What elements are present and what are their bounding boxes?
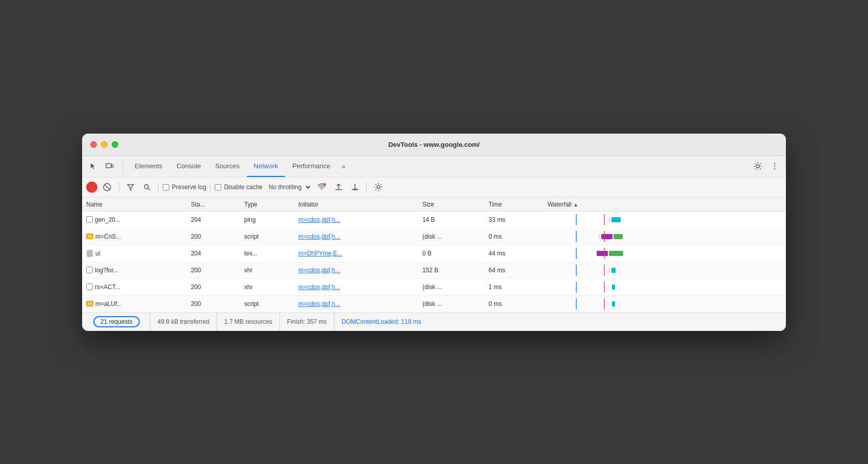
tab-performance[interactable]: Performance bbox=[285, 156, 337, 177]
initiator-link[interactable]: m=cdos,dpf,h... bbox=[298, 300, 340, 307]
cell-waterfall bbox=[544, 228, 786, 245]
cell-size: (disk ... bbox=[418, 278, 484, 295]
file-name: rs=ACT... bbox=[95, 283, 120, 291]
svg-point-8 bbox=[144, 185, 148, 189]
toolbar-divider-2 bbox=[158, 182, 159, 192]
table-row[interactable]: rs=ACT... 200 xhr m=cdos,dpf,h... (disk … bbox=[82, 278, 786, 295]
file-name: log?for... bbox=[95, 267, 118, 274]
cell-name: ui bbox=[82, 245, 187, 262]
svg-rect-1 bbox=[112, 165, 113, 167]
svg-point-5 bbox=[774, 168, 775, 169]
table-row[interactable]: gen_20... 204 ping m=cdos,dpf,h... 14 B … bbox=[82, 211, 786, 228]
table-row[interactable]: log?for... 200 xhr m=cdos,dpf,h... 152 B… bbox=[82, 262, 786, 278]
more-options-icon[interactable] bbox=[768, 160, 782, 172]
more-tabs-button[interactable]: » bbox=[338, 161, 349, 172]
cell-initiator: m=cdos,dpf,h... bbox=[294, 228, 418, 245]
network-table: Name Sta... Type Initiator Size Time Wat… bbox=[82, 198, 786, 313]
initiator-link[interactable]: m=cdos,dpf,h... bbox=[298, 283, 340, 291]
col-initiator[interactable]: Initiator bbox=[294, 198, 418, 212]
filter-icon[interactable] bbox=[123, 181, 138, 193]
table-row[interactable]: JS m=CnS... 200 script m=cdos,dpf,h... (… bbox=[82, 228, 786, 245]
preserve-log-input[interactable] bbox=[163, 184, 169, 191]
resources-text: 1.7 MB resources bbox=[224, 318, 272, 325]
status-bar: 21 requests 49.8 kB transferred 1.7 MB r… bbox=[82, 313, 786, 331]
svg-point-3 bbox=[774, 163, 775, 164]
preserve-log-checkbox[interactable]: Preserve log bbox=[163, 184, 206, 191]
requests-count: 21 requests bbox=[93, 316, 140, 327]
cell-type: xhr bbox=[240, 278, 294, 295]
col-status[interactable]: Sta... bbox=[187, 198, 240, 212]
clear-button[interactable] bbox=[99, 181, 115, 194]
initiator-link[interactable]: m=cdos,dpf,h... bbox=[298, 233, 340, 240]
device-toggle-icon[interactable] bbox=[103, 160, 117, 172]
close-button[interactable] bbox=[90, 141, 97, 148]
svg-line-7 bbox=[105, 185, 110, 190]
cell-size: 152 B bbox=[418, 262, 484, 278]
cell-waterfall bbox=[544, 295, 786, 312]
initiator-link[interactable]: m=cdos,dpf,h... bbox=[298, 267, 340, 274]
col-time[interactable]: Time bbox=[484, 198, 544, 212]
toolbar-divider-4 bbox=[366, 182, 367, 192]
upload-icon[interactable] bbox=[331, 181, 346, 193]
table-row[interactable]: JS m=aLUf... 200 script m=cdos,dpf,h... … bbox=[82, 295, 786, 312]
cell-time: 1 ms bbox=[484, 278, 544, 295]
devtools-icons bbox=[86, 160, 123, 172]
row-checkbox[interactable] bbox=[86, 267, 93, 273]
devtools-window: DevTools - www.google.com/ Elements Cons… bbox=[82, 134, 786, 331]
cell-time: 0 ms bbox=[484, 295, 544, 312]
cell-name: log?for... bbox=[82, 262, 187, 278]
cell-name: rs=ACT... bbox=[82, 278, 187, 295]
search-icon[interactable] bbox=[140, 181, 154, 193]
cell-name: JS m=CnS... bbox=[82, 228, 187, 245]
resources-section: 1.7 MB resources bbox=[217, 313, 280, 331]
col-name[interactable]: Name bbox=[82, 198, 187, 212]
col-size[interactable]: Size bbox=[418, 198, 484, 212]
cell-type: script bbox=[240, 295, 294, 312]
cell-time: 0 ms bbox=[484, 228, 544, 245]
tab-elements[interactable]: Elements bbox=[127, 156, 169, 177]
dom-loaded-text: DOMContentLoaded: 118 ms bbox=[342, 318, 421, 325]
cell-status: 200 bbox=[187, 278, 240, 295]
disable-cache-checkbox[interactable]: Disable cache bbox=[215, 184, 262, 191]
sort-arrow: ▲ bbox=[573, 202, 578, 208]
disable-cache-input[interactable] bbox=[215, 184, 221, 191]
transferred-section: 49.8 kB transferred bbox=[150, 313, 217, 331]
table-row[interactable]: ui 204 tex... m=DhPYme,E... 0 B 44 ms bbox=[82, 245, 786, 262]
cell-time: 64 ms bbox=[484, 262, 544, 278]
col-type[interactable]: Type bbox=[240, 198, 294, 212]
cell-size: 14 B bbox=[418, 211, 484, 228]
col-waterfall[interactable]: Waterfall ▲ bbox=[544, 198, 786, 212]
requests-section: 21 requests bbox=[86, 313, 150, 331]
throttle-select[interactable]: No throttling Fast 3G Slow 3G Offline bbox=[265, 182, 312, 192]
row-checkbox[interactable] bbox=[86, 283, 93, 290]
settings-icon[interactable] bbox=[750, 160, 765, 173]
cell-initiator: m=cdos,dpf,h... bbox=[294, 262, 418, 278]
cursor-icon[interactable] bbox=[86, 160, 100, 172]
cell-type: tex... bbox=[240, 245, 294, 262]
initiator-link[interactable]: m=cdos,dpf,h... bbox=[298, 216, 340, 223]
tab-sources[interactable]: Sources bbox=[208, 156, 247, 177]
cell-status: 200 bbox=[187, 262, 240, 278]
row-checkbox[interactable] bbox=[86, 216, 93, 223]
svg-point-4 bbox=[774, 166, 775, 167]
maximize-button[interactable] bbox=[112, 141, 118, 148]
tab-console[interactable]: Console bbox=[169, 156, 208, 177]
wifi-icon[interactable] bbox=[314, 181, 329, 194]
record-button[interactable] bbox=[86, 182, 97, 193]
svg-line-9 bbox=[148, 188, 150, 190]
finish-text: Finish: 357 ms bbox=[287, 318, 327, 325]
tab-network[interactable]: Network bbox=[247, 156, 286, 177]
cell-time: 33 ms bbox=[484, 211, 544, 228]
file-name: gen_20... bbox=[95, 216, 120, 223]
file-name: m=aLUf... bbox=[95, 300, 122, 307]
dom-loaded-section: DOMContentLoaded: 118 ms bbox=[335, 318, 428, 325]
toolbar-divider-3 bbox=[210, 182, 211, 192]
minimize-button[interactable] bbox=[101, 141, 108, 148]
svg-point-11 bbox=[377, 186, 380, 189]
settings2-icon[interactable] bbox=[371, 181, 386, 194]
devtools-tabbar: Elements Console Sources Network Perform… bbox=[82, 156, 786, 177]
initiator-link[interactable]: m=DhPYme,E... bbox=[298, 250, 342, 257]
cell-size: (disk ... bbox=[418, 295, 484, 312]
download-icon[interactable] bbox=[348, 181, 362, 193]
cell-status: 200 bbox=[187, 228, 240, 245]
